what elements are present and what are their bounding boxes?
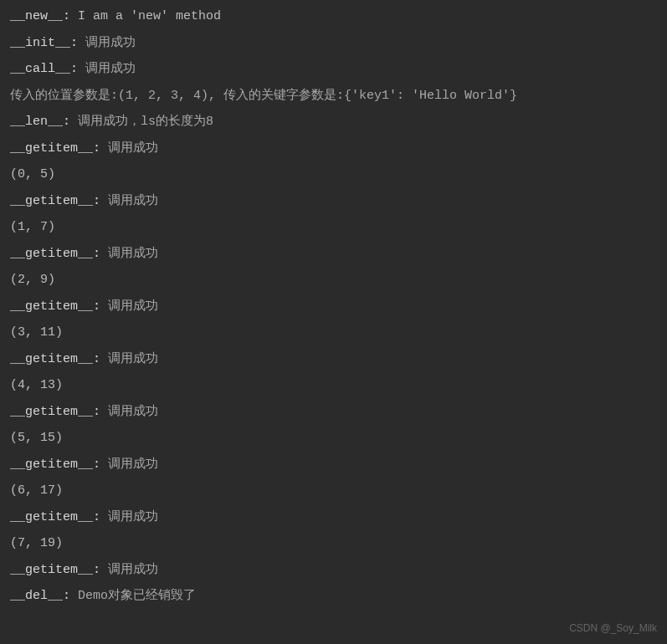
output-line: __getitem__: 调用成功	[10, 504, 657, 531]
method-name: __init__:	[10, 36, 78, 50]
method-name: __call__:	[10, 62, 78, 76]
output-line: __del__: Demo对象已经销毁了	[10, 583, 657, 610]
output-text: 调用成功	[100, 510, 158, 524]
output-line: __getitem__: 调用成功	[10, 294, 657, 320]
output-text: 调用成功	[78, 36, 136, 50]
output-line: __init__: 调用成功	[10, 30, 657, 57]
method-name: __getitem__:	[10, 405, 100, 419]
output-text: 调用成功，ls的长度为8	[70, 115, 213, 129]
output-text: 调用成功	[100, 141, 158, 156]
watermark: CSDN @_Soy_Milk	[569, 618, 657, 639]
output-text: I am a 'new' method	[70, 9, 221, 23]
output-line: (6, 17)	[10, 478, 657, 504]
output-text: 调用成功	[100, 457, 158, 472]
output-text: 调用成功	[100, 563, 158, 577]
method-name: __getitem__:	[10, 457, 100, 472]
output-text: (6, 17)	[10, 483, 63, 498]
output-text: 调用成功	[78, 62, 136, 76]
output-line: (4, 13)	[10, 372, 657, 399]
output-line: __len__: 调用成功，ls的长度为8	[10, 109, 657, 135]
output-text: 调用成功	[100, 299, 158, 314]
output-line: (1, 7)	[10, 214, 657, 241]
output-text: 调用成功	[100, 194, 158, 208]
method-name: __getitem__:	[10, 194, 100, 208]
method-name: __getitem__:	[10, 510, 100, 524]
output-line: __getitem__: 调用成功	[10, 135, 657, 162]
output-line: __new__: I am a 'new' method	[10, 3, 657, 30]
output-line: __getitem__: 调用成功	[10, 346, 657, 373]
output-line: (3, 11)	[10, 319, 657, 346]
method-name: __new__:	[10, 9, 70, 23]
output-text: 传入的位置参数是:(1, 2, 3, 4	[10, 89, 201, 103]
output-line: __getitem__: 调用成功	[10, 452, 657, 478]
output-line: __call__: 调用成功	[10, 56, 657, 83]
output-line: (7, 19)	[10, 530, 657, 557]
method-name: __getitem__:	[10, 141, 100, 156]
output-line: (0, 5)	[10, 161, 657, 188]
output-line: 传入的位置参数是:(1, 2, 3, 4), 传入的关键字参数是:{'key1'…	[10, 83, 657, 110]
output-line: __getitem__: 调用成功	[10, 241, 657, 268]
method-name: __getitem__:	[10, 352, 100, 366]
output-text: (5, 15)	[10, 431, 63, 445]
output-text: (4, 13)	[10, 378, 63, 392]
method-name: __getitem__:	[10, 563, 100, 577]
output-text: (0, 5)	[10, 167, 55, 181]
output-text: (1, 7)	[10, 220, 55, 234]
output-text: 调用成功	[100, 405, 158, 419]
output-line: __getitem__: 调用成功	[10, 188, 657, 215]
output-text: (2, 9)	[10, 273, 55, 287]
output-text: (3, 11)	[10, 325, 63, 340]
output-text: 调用成功	[100, 352, 158, 366]
output-line: __getitem__: 调用成功	[10, 557, 657, 584]
output-line: __getitem__: 调用成功	[10, 399, 657, 426]
method-name: __del__:	[10, 589, 70, 603]
output-text: (7, 19)	[10, 536, 63, 550]
method-name: __getitem__:	[10, 247, 100, 261]
output-line: (5, 15)	[10, 425, 657, 452]
method-name: __getitem__:	[10, 299, 100, 314]
method-name: __len__:	[10, 115, 70, 129]
output-text: ), 传入的关键字参数是:{'key1': 'Hello World'}	[201, 89, 517, 103]
output-text: 调用成功	[100, 247, 158, 261]
output-text: Demo对象已经销毁了	[70, 589, 196, 603]
output-line: (2, 9)	[10, 267, 657, 294]
console-output: __new__: I am a 'new' method __init__: 调…	[10, 3, 657, 610]
